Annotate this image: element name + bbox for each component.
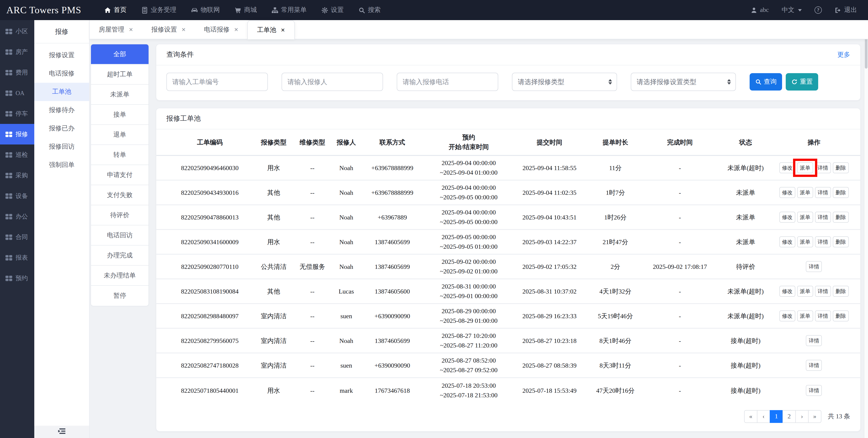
tab-repair-settings[interactable]: 报修设置×	[142, 20, 195, 39]
page-2-button[interactable]: 2	[782, 410, 796, 423]
user-menu[interactable]: abc	[744, 6, 775, 14]
sidebar-item-fees[interactable]: 费用	[0, 62, 34, 83]
delete-button[interactable]: 删除	[833, 237, 849, 247]
delete-button[interactable]: 删除	[833, 187, 849, 198]
query-input-order-no[interactable]	[166, 73, 268, 91]
sidebar-item-oa[interactable]: OA	[0, 83, 34, 103]
logout-button[interactable]: 退出	[828, 6, 863, 14]
detail-button[interactable]: 详情	[815, 286, 831, 297]
nav-item-common-menus[interactable]: 常用菜单	[264, 0, 314, 20]
dispatch-button[interactable]: 派单	[797, 212, 813, 223]
filter-item-pending-review[interactable]: 待评价	[91, 205, 149, 225]
filter-item-payment-request[interactable]: 申请支付	[91, 165, 149, 185]
submenu-item-repair-settings[interactable]: 报修设置	[34, 46, 89, 64]
detail-button[interactable]: 详情	[806, 360, 822, 371]
sidebar-item-property[interactable]: 房产	[0, 41, 34, 62]
nav-item-settings[interactable]: 设置	[314, 0, 351, 20]
detail-button[interactable]: 详情	[815, 212, 831, 223]
edit-button[interactable]: 修改	[779, 212, 795, 223]
filter-item-payment-failed[interactable]: 支付失败	[91, 185, 149, 205]
page-first-button[interactable]: «	[744, 410, 757, 423]
sidebar-item-procurement[interactable]: 采购	[0, 165, 34, 186]
nav-item-search[interactable]: 搜索	[351, 0, 388, 20]
page-1-button[interactable]: 1	[770, 410, 783, 423]
tab-phone-repair[interactable]: 电话报修×	[195, 20, 248, 39]
sidebar-item-reports[interactable]: 报表	[0, 247, 34, 268]
detail-button[interactable]: 详情	[815, 162, 831, 173]
close-tab-icon[interactable]: ×	[182, 26, 186, 33]
edit-button[interactable]: 修改	[779, 237, 795, 247]
tab-work-order-pool[interactable]: 工单池×	[248, 20, 294, 39]
reset-button[interactable]: 重置	[786, 73, 818, 91]
delete-button[interactable]: 删除	[833, 212, 849, 223]
nav-item-home[interactable]: 首页	[97, 0, 134, 20]
delete-button[interactable]: 删除	[833, 286, 849, 297]
submenu-item-repair-todo[interactable]: 报修待办	[34, 101, 89, 119]
filter-item-all[interactable]: 全部	[91, 44, 149, 64]
dispatch-button[interactable]: 派单	[797, 310, 813, 321]
filter-item-unassigned[interactable]: 未派单	[91, 85, 149, 105]
submenu-item-work-order-pool[interactable]: 工单池	[34, 83, 89, 101]
delete-button[interactable]: 删除	[833, 162, 849, 173]
repair-type: 其他	[253, 188, 294, 197]
query-input-phone[interactable]	[397, 73, 498, 91]
sidebar-item-office[interactable]: 办公	[0, 206, 34, 227]
close-tab-icon[interactable]: ×	[234, 26, 238, 33]
query-input-reporter[interactable]	[282, 73, 383, 91]
filter-item-returned[interactable]: 退单	[91, 125, 149, 145]
nav-item-iot[interactable]: 物联网	[184, 0, 227, 20]
nav-item-mall[interactable]: 商城	[227, 0, 264, 20]
more-link[interactable]: 更多	[837, 51, 850, 59]
sidebar-item-equipment[interactable]: 设备	[0, 186, 34, 206]
page-next-button[interactable]: ›	[795, 410, 809, 423]
language-selector[interactable]: 中文	[775, 6, 808, 14]
tab-house-management[interactable]: 房屋管理×	[90, 20, 142, 39]
detail-button[interactable]: 详情	[806, 261, 822, 272]
sidebar-item-community[interactable]: 小区	[0, 21, 34, 41]
sidebar-collapse-button[interactable]	[34, 426, 89, 438]
filter-item-paused[interactable]: 暂停	[91, 286, 149, 306]
submenu-item-force-close[interactable]: 强制回单	[34, 156, 89, 174]
query-panel-title: 查询条件	[166, 50, 194, 59]
filter-item-unclosed[interactable]: 未办理结单	[91, 265, 149, 286]
filter-item-transferred[interactable]: 转单	[91, 145, 149, 165]
detail-button[interactable]: 详情	[806, 335, 822, 346]
filter-item-phone-followup[interactable]: 电话回访	[91, 225, 149, 246]
detail-button[interactable]: 详情	[815, 237, 831, 247]
nav-item-business[interactable]: 业务受理	[134, 0, 184, 20]
close-tab-icon[interactable]: ×	[129, 26, 133, 33]
edit-button[interactable]: 修改	[779, 286, 795, 297]
sidebar-item-reservation[interactable]: 预约	[0, 268, 34, 288]
dispatch-button[interactable]: 派单	[797, 187, 813, 198]
detail-button[interactable]: 详情	[806, 385, 822, 396]
page-prev-button[interactable]: ‹	[757, 410, 770, 423]
sidebar-item-inspection[interactable]: 巡检	[0, 145, 34, 165]
submenu-item-phone-repair[interactable]: 电话报修	[34, 64, 89, 83]
detail-button[interactable]: 详情	[815, 310, 831, 321]
order-code: 822025082747180028	[166, 361, 253, 370]
scrollbar[interactable]	[864, 20, 868, 438]
sidebar-item-repair[interactable]: 报修	[0, 124, 34, 145]
query-select-repair-type[interactable]: 请选择报修类型	[512, 73, 617, 91]
delete-button[interactable]: 删除	[833, 310, 849, 321]
filter-item-accepted[interactable]: 接单	[91, 105, 149, 125]
query-select-repair-setting-type[interactable]: 请选择报修设置类型	[631, 73, 736, 91]
submenu-item-repair-followup[interactable]: 报修回访	[34, 137, 89, 156]
sidebar-item-parking[interactable]: 停车	[0, 103, 34, 124]
edit-button[interactable]: 修改	[779, 310, 795, 321]
help-button[interactable]: ?	[808, 6, 828, 14]
edit-button[interactable]: 修改	[779, 187, 795, 198]
edit-button[interactable]: 修改	[779, 162, 795, 173]
close-tab-icon[interactable]: ×	[281, 26, 285, 34]
filter-item-completed[interactable]: 办理完成	[91, 246, 149, 265]
filter-item-overtime[interactable]: 超时工单	[91, 64, 149, 85]
submenu-item-repair-done[interactable]: 报修已办	[34, 119, 89, 137]
sidebar-item-contract[interactable]: 合同	[0, 227, 34, 247]
search-button[interactable]: 查询	[750, 73, 782, 91]
page-last-button[interactable]: »	[808, 410, 822, 423]
detail-button[interactable]: 详情	[815, 187, 831, 198]
dispatch-button[interactable]: 派单	[797, 162, 813, 173]
dispatch-button[interactable]: 派单	[797, 286, 813, 297]
dispatch-button[interactable]: 派单	[797, 237, 813, 247]
duration: 11分	[585, 163, 646, 173]
